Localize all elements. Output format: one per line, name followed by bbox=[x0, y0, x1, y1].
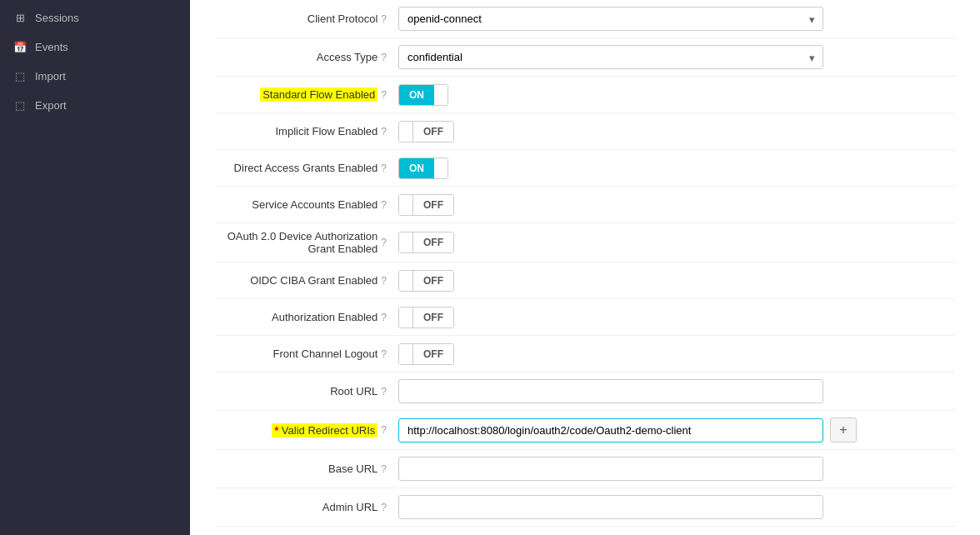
authorization-off[interactable]: OFF bbox=[412, 308, 453, 328]
admin-url-input[interactable] bbox=[398, 495, 823, 519]
base-url-label: Base URL ? bbox=[215, 462, 398, 475]
authorization-label: Authorization Enabled ? bbox=[215, 311, 398, 323]
standard-flow-toggle[interactable]: ON bbox=[398, 84, 448, 106]
standard-flow-label: Standard Flow Enabled ? bbox=[215, 88, 398, 102]
sidebar-item-import[interactable]: ⬚ Import bbox=[0, 62, 190, 91]
front-channel-row: Front Channel Logout ? OFF bbox=[215, 336, 955, 372]
sidebar: ⊞ Sessions 📅 Events ⬚ Import ⬚ Export bbox=[0, 0, 190, 535]
client-protocol-dropdown-wrapper: openid-connect saml bbox=[398, 7, 823, 31]
access-type-control: confidential public bearer-only bbox=[398, 45, 955, 69]
sessions-icon: ⊞ bbox=[13, 12, 27, 24]
sidebar-item-export[interactable]: ⬚ Export bbox=[0, 91, 190, 120]
implicit-flow-label: Implicit Flow Enabled ? bbox=[215, 125, 398, 138]
standard-flow-on[interactable]: ON bbox=[399, 85, 434, 105]
oidc-ciba-control: OFF bbox=[398, 270, 955, 292]
sidebar-item-events[interactable]: 📅 Events bbox=[0, 32, 190, 62]
access-type-row: Access Type ? confidential public bearer… bbox=[215, 38, 955, 77]
root-url-row: Root URL ? bbox=[215, 372, 955, 411]
admin-url-row: Admin URL ? bbox=[215, 488, 955, 527]
root-url-control bbox=[398, 379, 955, 403]
root-url-label: Root URL ? bbox=[215, 385, 398, 398]
base-url-control bbox=[398, 457, 955, 481]
sidebar-item-sessions[interactable]: ⊞ Sessions bbox=[0, 3, 190, 32]
authorization-row: Authorization Enabled ? OFF bbox=[215, 299, 955, 336]
access-type-help-icon[interactable]: ? bbox=[381, 52, 387, 63]
standard-flow-help-icon[interactable]: ? bbox=[381, 89, 387, 101]
root-url-input[interactable] bbox=[398, 379, 823, 403]
front-channel-on[interactable] bbox=[399, 344, 412, 364]
client-protocol-select[interactable]: openid-connect saml bbox=[398, 7, 823, 31]
standard-flow-off[interactable] bbox=[434, 85, 448, 105]
implicit-flow-help-icon[interactable]: ? bbox=[381, 126, 387, 138]
valid-redirect-help-icon[interactable]: ? bbox=[381, 424, 387, 436]
oidc-ciba-on[interactable] bbox=[399, 271, 412, 291]
direct-access-control: ON bbox=[398, 158, 955, 179]
authorization-control: OFF bbox=[398, 307, 955, 328]
valid-redirect-row: * Valid Redirect URIs ? + bbox=[215, 411, 955, 450]
direct-access-row: Direct Access Grants Enabled ? ON bbox=[215, 150, 955, 187]
oauth-device-on[interactable] bbox=[399, 232, 412, 252]
implicit-flow-off[interactable]: OFF bbox=[412, 122, 453, 142]
implicit-flow-on[interactable] bbox=[399, 122, 412, 142]
main-content: Client Protocol ? openid-connect saml Ac… bbox=[190, 0, 980, 535]
export-icon: ⬚ bbox=[13, 99, 27, 112]
oidc-ciba-row: OIDC CIBA Grant Enabled ? OFF bbox=[215, 262, 955, 299]
implicit-flow-control: OFF bbox=[398, 121, 955, 142]
oauth-device-help-icon[interactable]: ? bbox=[381, 237, 387, 248]
client-protocol-help-icon[interactable]: ? bbox=[381, 13, 387, 25]
implicit-flow-toggle[interactable]: OFF bbox=[398, 121, 454, 142]
sidebar-item-label: Sessions bbox=[35, 12, 79, 24]
front-channel-off[interactable]: OFF bbox=[412, 344, 453, 364]
oidc-ciba-off[interactable]: OFF bbox=[412, 271, 453, 291]
base-url-help-icon[interactable]: ? bbox=[381, 463, 387, 475]
authorization-help-icon[interactable]: ? bbox=[381, 312, 387, 323]
sidebar-item-label: Import bbox=[35, 70, 66, 82]
client-protocol-label: Client Protocol ? bbox=[215, 12, 398, 25]
service-accounts-control: OFF bbox=[398, 194, 955, 216]
client-protocol-row: Client Protocol ? openid-connect saml bbox=[215, 0, 955, 38]
direct-access-on[interactable]: ON bbox=[399, 158, 434, 178]
add-redirect-button[interactable]: + bbox=[830, 418, 857, 442]
access-type-label: Access Type ? bbox=[215, 51, 398, 63]
front-channel-control: OFF bbox=[398, 343, 955, 365]
admin-url-control bbox=[398, 495, 955, 519]
service-accounts-toggle[interactable]: OFF bbox=[398, 194, 454, 216]
oidc-ciba-label: OIDC CIBA Grant Enabled ? bbox=[215, 274, 398, 287]
service-accounts-help-icon[interactable]: ? bbox=[381, 199, 387, 211]
base-url-row: Base URL ? bbox=[215, 450, 955, 488]
base-url-input[interactable] bbox=[398, 457, 823, 481]
front-channel-label: Front Channel Logout ? bbox=[215, 348, 398, 360]
oidc-ciba-help-icon[interactable]: ? bbox=[381, 275, 387, 287]
sidebar-item-label: Export bbox=[35, 99, 67, 112]
direct-access-off[interactable] bbox=[434, 158, 448, 178]
valid-redirect-input[interactable] bbox=[398, 418, 823, 442]
events-icon: 📅 bbox=[13, 41, 27, 53]
oauth-device-toggle[interactable]: OFF bbox=[398, 232, 454, 253]
front-channel-toggle[interactable]: OFF bbox=[398, 343, 454, 365]
root-url-help-icon[interactable]: ? bbox=[381, 386, 387, 398]
service-accounts-on[interactable] bbox=[399, 195, 412, 215]
oidc-ciba-toggle[interactable]: OFF bbox=[398, 270, 454, 292]
admin-url-help-icon[interactable]: ? bbox=[381, 502, 387, 513]
direct-access-toggle[interactable]: ON bbox=[398, 158, 448, 179]
oauth-device-control: OFF bbox=[398, 232, 955, 253]
front-channel-help-icon[interactable]: ? bbox=[381, 348, 387, 360]
admin-url-label: Admin URL ? bbox=[215, 501, 398, 513]
service-accounts-row: Service Accounts Enabled ? OFF bbox=[215, 187, 955, 223]
direct-access-help-icon[interactable]: ? bbox=[381, 162, 387, 174]
oauth-device-row: OAuth 2.0 Device Authorization Grant Ena… bbox=[215, 223, 955, 262]
oauth-device-off[interactable]: OFF bbox=[412, 232, 453, 252]
client-protocol-control: openid-connect saml bbox=[398, 7, 955, 31]
access-type-select[interactable]: confidential public bearer-only bbox=[398, 45, 823, 69]
authorization-toggle[interactable]: OFF bbox=[398, 307, 454, 328]
authorization-on[interactable] bbox=[399, 308, 412, 328]
oauth-device-label: OAuth 2.0 Device Authorization Grant Ena… bbox=[215, 230, 398, 255]
import-icon: ⬚ bbox=[13, 70, 27, 82]
service-accounts-off[interactable]: OFF bbox=[412, 195, 453, 215]
direct-access-label: Direct Access Grants Enabled ? bbox=[215, 162, 398, 174]
service-accounts-label: Service Accounts Enabled ? bbox=[215, 198, 398, 211]
sidebar-item-label: Events bbox=[35, 41, 68, 53]
valid-redirect-control: + bbox=[398, 418, 955, 442]
standard-flow-label-text: Standard Flow Enabled bbox=[260, 88, 378, 102]
standard-flow-row: Standard Flow Enabled ? ON bbox=[215, 77, 955, 113]
